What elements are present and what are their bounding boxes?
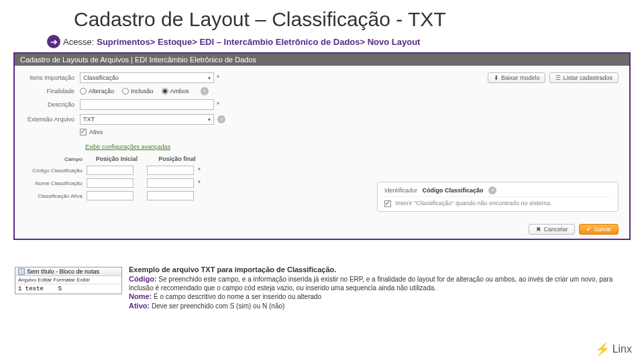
row-nome-label: Nome Classificação <box>23 180 87 186</box>
close-icon: ✖ <box>536 226 541 233</box>
list-icon: ☰ <box>555 74 561 81</box>
desc-ativo-h: Ativo: <box>129 302 150 310</box>
select-ext-value: TXT <box>83 116 95 123</box>
description-block: Exemplo de arquivo TXT para importação d… <box>129 265 624 311</box>
checkbox-inserir[interactable] <box>384 200 391 207</box>
download-label: Baixar modelo <box>501 74 540 81</box>
help-icon[interactable]: ? <box>201 87 209 95</box>
access-label: Acesse: <box>63 37 94 47</box>
row-codigo-label: Código Classificação <box>23 168 87 174</box>
cancel-button[interactable]: ✖ Cancelar <box>529 224 575 235</box>
ident-head-value: Código Classificação <box>423 187 484 194</box>
arrow-right-icon: ➔ <box>47 35 60 48</box>
input-codigo-fin[interactable] <box>147 166 194 175</box>
label-itens-importacao: Itens Importação <box>23 74 80 81</box>
input-nome-ini[interactable] <box>87 178 133 188</box>
select-extensao[interactable]: TXT ▾ <box>80 114 214 125</box>
desc-codigo-t: Se preenchido este campo, e a informação… <box>129 276 612 292</box>
notepad-title: Sem título - Bloco de notas <box>27 268 99 275</box>
chevron-down-icon: ▾ <box>208 117 211 123</box>
breadcrumb-path: Suprimentos> Estoque> EDI – Intercâmbio … <box>97 37 420 47</box>
desc-ativo-t: Deve ser preenchido com S (sim) ou N (nã… <box>150 302 284 310</box>
checkbox-ativo[interactable] <box>80 129 87 135</box>
required-mark: * <box>217 74 219 82</box>
desc-nome-h: Nome: <box>129 292 152 300</box>
input-ativa-ini[interactable] <box>87 191 133 200</box>
required-mark: * <box>198 167 201 174</box>
list-label: Listar cadastrados <box>563 74 612 81</box>
chevron-down-icon: ▾ <box>208 75 211 81</box>
checkbox-ativo-label: Ativo <box>89 129 103 135</box>
desc-codigo-h: Código: <box>129 275 157 283</box>
bolt-icon: ⚡ <box>595 342 610 357</box>
row-ativa-label: Classificação Ativa <box>23 193 87 199</box>
radio-inclusao-label: Inclusão <box>131 88 154 95</box>
input-codigo-ini[interactable] <box>87 166 133 175</box>
page-title: Cadastro de Layout – Classificação - TXT <box>0 0 644 31</box>
select-itens-importacao[interactable]: Classificação ▾ <box>80 72 214 83</box>
radio-alteracao-label: Alteração <box>89 88 114 95</box>
select-value: Classificação <box>83 74 119 81</box>
logo-text: Linx <box>612 343 632 355</box>
advanced-link[interactable]: Exibir configurações avançadas <box>85 143 170 150</box>
download-model-button[interactable]: ⬇ Baixar modelo <box>488 72 546 83</box>
check-icon: ✔ <box>586 226 592 233</box>
identificador-box: Identificador Código Classificação ? Ins… <box>377 182 619 212</box>
required-mark: * <box>217 101 219 109</box>
form-panel: Cadastro de Layouts de Arquivos | EDI In… <box>13 52 631 240</box>
radio-ambos[interactable] <box>162 88 168 95</box>
input-descricao[interactable] <box>80 99 214 110</box>
save-button[interactable]: ✔ Salvar <box>579 224 619 235</box>
notepad-icon <box>18 268 25 275</box>
input-ativa-fin[interactable] <box>147 191 194 200</box>
help-icon[interactable]: ? <box>217 115 225 123</box>
notepad-window: Sem título - Bloco de notas Arquivo Edit… <box>15 267 122 294</box>
notepad-body: 1 teste S <box>15 284 121 294</box>
label-extensao: Extensão Arquivo <box>23 116 80 123</box>
notepad-menu[interactable]: Arquivo Editar Formatar Exibir <box>15 276 121 284</box>
save-label: Salvar <box>594 226 611 233</box>
radio-alteracao[interactable] <box>80 88 87 95</box>
desc-nome-t: É o campo descritivo do nome a ser inser… <box>152 293 321 300</box>
label-finalidade: Finalidade <box>23 88 80 95</box>
notepad-titlebar: Sem título - Bloco de notas <box>15 267 121 276</box>
help-icon[interactable]: ? <box>488 186 496 194</box>
col-posini: Posição Inicial <box>87 156 147 162</box>
radio-ambos-label: Ambos <box>170 88 189 95</box>
col-campo: Campo <box>23 156 87 162</box>
panel-title: Cadastro de Layouts de Arquivos | EDI In… <box>15 54 629 66</box>
breadcrumb: ➔ Acesse: Suprimentos> Estoque> EDI – In… <box>0 31 644 52</box>
ident-line-text: Inserir "Classificação" quando não encon… <box>396 200 552 206</box>
ident-head-label: Identificador <box>384 187 417 194</box>
cancel-label: Cancelar <box>543 226 568 233</box>
linx-logo: ⚡ Linx <box>595 342 632 357</box>
list-registered-button[interactable]: ☰ Listar cadastrados <box>549 72 619 83</box>
required-mark: * <box>198 180 201 187</box>
desc-lead: Exemplo de arquivo TXT para importação d… <box>129 265 336 274</box>
radio-inclusao[interactable] <box>122 88 129 95</box>
download-icon: ⬇ <box>494 74 499 81</box>
label-descricao: Descrição <box>23 101 80 108</box>
input-nome-fin[interactable] <box>147 178 194 188</box>
col-posfin: Posição final <box>147 156 207 162</box>
